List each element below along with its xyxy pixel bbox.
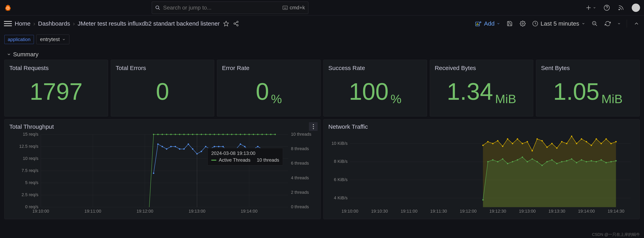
svg-point-160 <box>586 141 587 142</box>
svg-point-172 <box>507 163 508 164</box>
add-label: Add <box>484 20 494 27</box>
time-range-button[interactable]: Last 5 minutes <box>532 20 585 27</box>
svg-point-115 <box>257 146 258 147</box>
svg-point-113 <box>248 151 250 152</box>
watermark: CSDN @一只在上岸的蜗牛 <box>592 232 640 237</box>
add-menu[interactable] <box>585 4 596 11</box>
svg-point-188 <box>586 161 587 162</box>
breadcrumb-dashboards[interactable]: Dashboards <box>38 20 70 27</box>
svg-line-2 <box>158 8 160 10</box>
svg-text:19:14:00: 19:14:00 <box>578 209 595 214</box>
svg-point-175 <box>522 156 523 158</box>
svg-text:7.5 req/s: 7.5 req/s <box>22 168 38 173</box>
svg-point-106 <box>218 146 219 147</box>
user-avatar[interactable] <box>632 4 640 12</box>
svg-point-118 <box>270 151 272 152</box>
stat-received-bytes[interactable]: Received Bytes 1.34MiB <box>430 60 534 116</box>
svg-point-186 <box>576 162 577 163</box>
stat-sent-bytes[interactable]: Sent Bytes 1.05MiB <box>536 60 640 116</box>
svg-point-107 <box>222 146 224 147</box>
share-button[interactable] <box>232 20 240 27</box>
svg-point-85 <box>253 134 254 135</box>
svg-point-147 <box>522 143 523 144</box>
svg-point-26 <box>522 23 524 24</box>
svg-point-179 <box>541 165 543 166</box>
svg-point-82 <box>240 134 241 135</box>
svg-point-152 <box>546 147 548 148</box>
add-panel-button[interactable]: Add <box>475 20 500 27</box>
chevron-right-icon: › <box>73 20 75 27</box>
svg-point-79 <box>227 134 228 135</box>
svg-point-151 <box>541 140 543 141</box>
svg-point-78 <box>222 134 224 135</box>
help-button[interactable] <box>603 4 610 11</box>
svg-point-146 <box>517 138 518 140</box>
svg-point-168 <box>487 161 489 162</box>
svg-line-29 <box>596 24 597 26</box>
svg-point-154 <box>556 147 558 149</box>
svg-point-162 <box>596 138 597 140</box>
svg-point-171 <box>502 158 503 160</box>
breadcrumb-home[interactable]: Home <box>15 20 30 27</box>
chevron-down-icon <box>7 52 11 57</box>
stat-total-requests[interactable]: Total Requests 1797 <box>4 60 108 116</box>
stat-error-rate[interactable]: Error Rate 0% <box>217 60 320 116</box>
svg-text:19:11:30: 19:11:30 <box>430 209 447 214</box>
svg-point-158 <box>576 143 577 144</box>
collapse-button[interactable] <box>633 20 640 27</box>
svg-point-144 <box>507 138 508 140</box>
panel-menu-button[interactable] <box>309 122 318 131</box>
svg-point-140 <box>487 141 489 142</box>
svg-point-184 <box>566 160 567 161</box>
stat-total-errors[interactable]: Total Errors 0 <box>111 60 214 116</box>
variable-select-application[interactable]: entrytest <box>36 35 70 44</box>
svg-point-64 <box>162 134 163 135</box>
grafana-logo[interactable] <box>4 4 12 12</box>
svg-text:19:14:00: 19:14:00 <box>241 209 258 214</box>
svg-point-166 <box>615 141 617 142</box>
svg-point-66 <box>170 134 172 135</box>
svg-text:6 threads: 6 threads <box>291 161 309 166</box>
zoom-out-icon <box>592 21 598 27</box>
variable-tag-application[interactable]: application <box>4 35 34 44</box>
svg-text:19:11:00: 19:11:00 <box>84 209 101 214</box>
svg-point-114 <box>253 148 254 150</box>
svg-point-182 <box>556 163 558 164</box>
svg-text:19:13:30: 19:13:30 <box>548 209 565 214</box>
chart-total-throughput[interactable]: Total Throughput 0 req/s2.5 req/s5 req/s… <box>4 119 320 219</box>
chevron-down-icon[interactable] <box>617 22 621 25</box>
svg-rect-23 <box>478 24 479 25</box>
breadcrumb-current: JMeter test results influxdb2 standart b… <box>78 20 220 27</box>
zoom-out-button[interactable] <box>591 20 598 27</box>
svg-rect-21 <box>476 24 477 25</box>
topbar: cmd+k <box>0 0 644 16</box>
svg-point-156 <box>566 143 567 144</box>
favorite-button[interactable] <box>222 20 230 27</box>
svg-point-77 <box>218 134 219 135</box>
svg-text:19:13:00: 19:13:00 <box>519 209 536 214</box>
chevron-down-icon <box>496 22 500 25</box>
global-search[interactable]: cmd+k <box>152 2 308 14</box>
search-input[interactable] <box>163 5 280 11</box>
refresh-button[interactable] <box>604 20 611 27</box>
clock-icon <box>532 21 538 27</box>
svg-point-174 <box>517 159 518 161</box>
time-range-label: Last 5 minutes <box>540 20 579 27</box>
svg-point-164 <box>605 138 607 140</box>
news-button[interactable] <box>618 4 624 11</box>
svg-point-70 <box>188 134 189 135</box>
save-button[interactable] <box>506 20 513 27</box>
svg-point-84 <box>248 134 250 135</box>
settings-button[interactable] <box>519 20 526 27</box>
menu-toggle[interactable] <box>4 20 12 28</box>
svg-point-150 <box>536 138 538 140</box>
panel-add-icon <box>475 21 482 26</box>
section-summary-header[interactable]: Summary <box>0 47 644 60</box>
svg-text:19:12:30: 19:12:30 <box>489 209 506 214</box>
svg-text:19:10:30: 19:10:30 <box>371 209 388 214</box>
traffic-chart: 4 KiB/s6 KiB/s8 KiB/s10 KiB/s19:10:0019:… <box>328 132 635 217</box>
chart-network-traffic[interactable]: Network Traffic 4 KiB/s6 KiB/s8 KiB/s10 … <box>324 119 640 219</box>
svg-point-63 <box>157 134 159 135</box>
stat-success-rate[interactable]: Success Rate 100% <box>324 60 427 116</box>
chevron-up-icon <box>634 21 640 27</box>
